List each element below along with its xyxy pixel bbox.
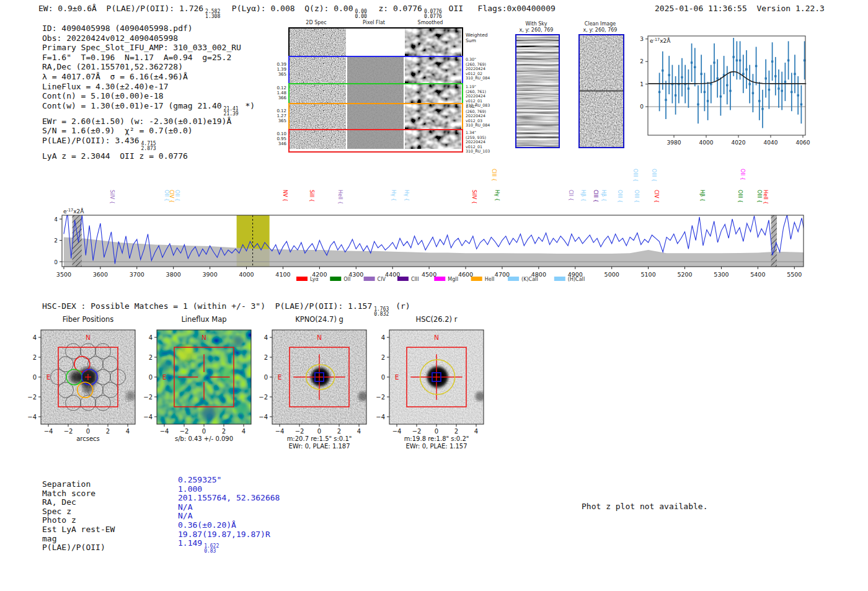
- line-label-NV: NV {: [282, 190, 288, 202]
- full-spectrum-plot: 3500360037003800390040004100420043004400…: [55, 166, 867, 293]
- svg-text:Lyα: Lyα: [310, 277, 319, 282]
- cutout-title: HSC(26.2) r: [365, 315, 508, 324]
- line-label-HeII: HeII {: [763, 190, 768, 204]
- spec2d-image-grain: [290, 84, 346, 103]
- text-segment: EW: 0.9±0.6Å P(LAE)/P(OII): 1.726: [38, 4, 203, 13]
- spec2d-row-weights: 0.121.27365: [259, 109, 286, 124]
- info-line: LineFlux = 4.30(±2.40)e-17: [42, 82, 255, 92]
- info-line: Cont(n) = 5.10(±0.00)e-18: [42, 91, 255, 101]
- svg-text:4: 4: [55, 216, 58, 223]
- match-row-value: 0.36(±0.20)Å: [178, 521, 280, 530]
- line-label-CIII: CIII {: [593, 190, 598, 202]
- line-label-Hγ: Hγ {: [404, 190, 409, 201]
- text-segment: RA,Dec (201.155701,52.362728): [42, 62, 183, 71]
- cutout-xlabel: m:19.8 re:1.8" s:0.2": [365, 435, 508, 443]
- summary-header: EW: 0.9±0.6Å P(LAE)/P(OII): 1.7262.5821.…: [38, 4, 556, 19]
- text-segment: *): [241, 101, 255, 110]
- spec2d-image-white: [347, 29, 404, 56]
- spec2d-image-blob: [405, 104, 461, 129]
- text-segment: (r): [391, 301, 410, 311]
- spec2d-image-blob: [405, 84, 461, 103]
- stacked-fraction: 21.4121.39: [224, 107, 239, 117]
- svg-text:−2: −2: [376, 394, 385, 401]
- svg-text:(H)CaII: (H)CaII: [568, 277, 585, 282]
- spec2d-image-blob: [405, 130, 461, 149]
- match-row-label: Photo z: [42, 516, 115, 525]
- match-row-value: 0.259325": [178, 476, 280, 485]
- svg-text:5500: 5500: [787, 271, 802, 278]
- stacked-fraction: 1.6220.83: [204, 544, 219, 554]
- svg-text:−4: −4: [44, 428, 53, 435]
- text-segment: LineFlux = 4.30(±2.40)e-17: [42, 82, 169, 91]
- text-segment: OII Flags:0x00400009: [444, 4, 556, 13]
- svg-text:4060: 4060: [796, 140, 810, 146]
- svg-text:−2: −2: [64, 428, 73, 435]
- match-row-label: Spec z: [42, 507, 115, 517]
- match-row-value: 19.87(19.87,19.87)R: [178, 530, 280, 540]
- svg-text:e-17x2Å: e-17x2Å: [63, 208, 84, 215]
- text-segment: EWr = 2.60(±1.50) (w: -2.30(±0.01)e19)Å: [42, 117, 231, 126]
- stacked-fraction: 4.7152.873: [141, 141, 156, 151]
- svg-text:2: 2: [337, 428, 341, 435]
- svg-text:4000: 4000: [699, 140, 714, 146]
- text-segment: N/A: [178, 502, 192, 512]
- svg-text:3500: 3500: [56, 271, 71, 278]
- text-segment: 1.149: [178, 538, 202, 548]
- svg-text:4020: 4020: [732, 140, 746, 146]
- line-label-CIII: CIII {: [491, 169, 497, 181]
- line-label-HeII: HeII {: [337, 190, 343, 204]
- svg-text:0: 0: [264, 374, 268, 381]
- spec2d-image-grain: [290, 57, 346, 83]
- svg-text:5000: 5000: [604, 271, 619, 278]
- text-segment: ID: 4090405998 (4090405998.pdf): [42, 24, 193, 33]
- info-line: P(LAE)/P(OII): 3.4364.7152.873: [42, 136, 255, 151]
- svg-text:−4: −4: [376, 414, 385, 420]
- line-label-SiIV: SiIV {: [109, 190, 115, 204]
- match-row-value: 201.155764, 52.362668: [178, 494, 280, 503]
- svg-text:N: N: [317, 334, 322, 341]
- svg-text:−4: −4: [275, 428, 285, 435]
- text-segment: P(LAE)/P(OII): 3.436: [42, 136, 140, 145]
- spec2d-row-annotation: 0.30"(260, 769)20220424v012_02310_RU_084: [466, 57, 498, 81]
- spec2d-image-blob: [405, 57, 461, 83]
- svg-text:−2: −2: [27, 394, 37, 401]
- spec2d-image-flat: [347, 84, 404, 103]
- svg-text:4040: 4040: [764, 140, 778, 146]
- line-label-CIV: CIV {: [653, 190, 659, 203]
- svg-text:0: 0: [149, 374, 153, 381]
- info-line: EWr = 2.60(±1.50) (w: -2.30(±0.01)e19)Å: [42, 117, 255, 127]
- text-segment: P(Lyα): 0.008 Q(z): 0.00: [222, 4, 353, 13]
- text-segment: Cont(n) = 5.10(±0.00)e-18: [42, 91, 164, 100]
- spec2d-col-header: Smoothed: [418, 20, 443, 25]
- spec2d-row-annotation: 1.34"(259, 935)20220424v012_01310_RU_103: [466, 130, 498, 154]
- match-row-label: mag: [42, 535, 115, 544]
- text-segment: LyA z = 2.3044 OII z = 0.0776: [42, 151, 188, 161]
- info-line: LyA z = 2.3044 OII z = 0.0776: [42, 151, 255, 161]
- spec2d-image-grain: [290, 29, 346, 56]
- elixer-report-page: { "header": { "left_segments": [ {"t":"E…: [0, 0, 868, 591]
- svg-text:5400: 5400: [750, 271, 765, 278]
- sky-panel-title: Clean Imagex, y: 260, 769: [583, 21, 618, 33]
- svg-text:4: 4: [264, 334, 268, 341]
- spec2d-image-flat: [347, 57, 404, 83]
- spec2d-row: [288, 27, 463, 60]
- svg-text:0: 0: [86, 428, 90, 435]
- line-label-OIII: OIII {: [632, 169, 638, 182]
- photz-notice: Phot z plot not available.: [582, 502, 708, 511]
- svg-text:0: 0: [33, 374, 37, 381]
- line-label-Hγ: Hγ {: [391, 190, 396, 201]
- text-segment: F=1.6" T=0.196 N=1.17 A=0.94 g=25.2: [42, 53, 231, 62]
- svg-text:4700: 4700: [495, 271, 510, 278]
- spec2d-row: [288, 56, 463, 87]
- svg-text:4: 4: [357, 428, 361, 435]
- match-row-value: 1.000: [178, 485, 280, 494]
- report-meta: 2025-01-06 11:36:55 Version 1.22.3: [655, 4, 825, 13]
- svg-text:−4: −4: [143, 414, 153, 420]
- line-label-OIII: OIII {: [756, 190, 762, 203]
- line-label-OII: OII {: [740, 169, 745, 180]
- svg-text:N: N: [202, 334, 206, 341]
- svg-text:0: 0: [381, 374, 385, 381]
- line-label-OIII: OIII {: [737, 190, 743, 203]
- svg-text:N: N: [434, 334, 439, 341]
- svg-text:E: E: [46, 373, 51, 381]
